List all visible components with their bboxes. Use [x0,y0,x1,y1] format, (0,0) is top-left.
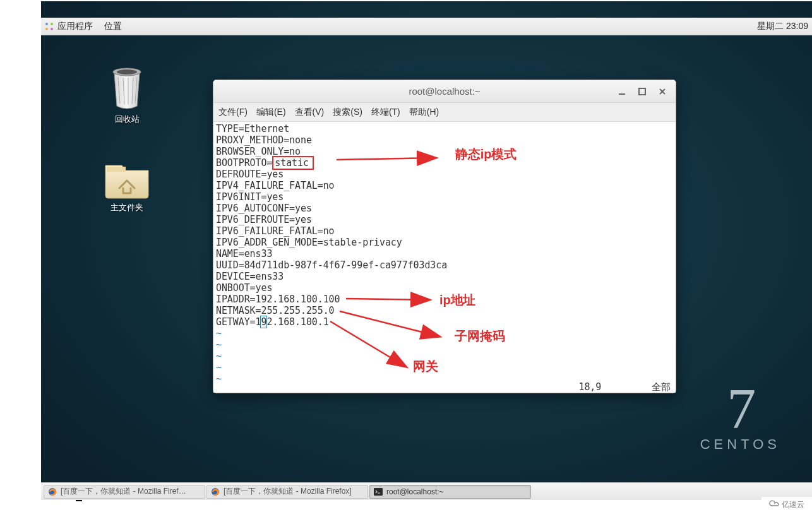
titlebar[interactable]: root@localhost:~ [213,80,676,103]
svg-point-0 [45,23,48,25]
task-terminal[interactable]: root@localhost:~ [369,485,531,499]
firefox-icon [48,487,57,496]
menu-edit[interactable]: 编辑(E) [256,107,286,118]
svg-point-6 [117,69,137,74]
svg-line-12 [340,311,439,336]
task-firefox-2[interactable]: [百度一下，你就知道 - Mozilla Firefox] [206,485,368,499]
watermark: 亿速云 [761,497,812,512]
apps-menu-icon [45,22,54,31]
menu-view[interactable]: 查看(V) [295,107,325,118]
centos-brand: 7 CENTOS [700,379,780,453]
minimize-button[interactable] [612,84,631,99]
applications-menu[interactable]: 应用程序 [57,21,93,32]
places-menu[interactable]: 位置 [104,21,122,32]
menu-file[interactable]: 文件(F) [218,107,248,118]
task-firefox-1[interactable]: [百度一下，你就知道 - Mozilla Firef… [44,485,205,499]
svg-rect-16 [374,488,383,496]
terminal-body[interactable]: TYPE=Ethernet PROXY_METHOD=none BROWSER_… [213,122,676,393]
top-panel: 应用程序 位置 星期二 23:09 [41,18,812,35]
maximize-button[interactable] [633,84,652,99]
menu-help[interactable]: 帮助(H) [409,107,439,118]
terminal-icon [374,487,383,496]
task-label: root@localhost:~ [386,487,444,496]
svg-line-11 [346,299,429,300]
window-title: root@localhost:~ [409,86,480,97]
menu-terminal[interactable]: 终端(T) [371,107,400,118]
svg-rect-9 [639,88,645,95]
task-label: [百度一下，你就知道 - Mozilla Firefox] [224,486,352,497]
svg-point-1 [51,23,53,25]
home-folder-icon[interactable]: 主文件夹 [104,155,150,213]
svg-rect-7 [107,167,126,172]
home-folder-label: 主文件夹 [104,202,150,213]
firefox-icon [211,487,220,496]
svg-point-3 [51,28,53,30]
trash-label: 回收站 [104,114,150,125]
terminal-menubar: 文件(F) 编辑(E) 查看(V) 搜索(S) 终端(T) 帮助(H) [213,103,676,122]
svg-rect-8 [619,93,625,95]
svg-point-2 [45,28,48,30]
trash-icon[interactable]: 回收站 [104,66,150,125]
close-button[interactable] [653,84,672,99]
svg-line-13 [330,321,406,367]
menu-search[interactable]: 搜索(S) [333,107,362,118]
terminal-window: root@localhost:~ 文件(F) 编辑(E) 查看(V) 搜索(S)… [213,80,676,393]
task-label: [百度一下，你就知道 - Mozilla Firef… [61,486,186,497]
panel-clock: 星期二 23:09 [757,21,808,32]
svg-line-10 [337,158,436,160]
bottom-panel: [百度一下，你就知道 - Mozilla Firef… [百度一下，你就知道 -… [41,482,812,500]
